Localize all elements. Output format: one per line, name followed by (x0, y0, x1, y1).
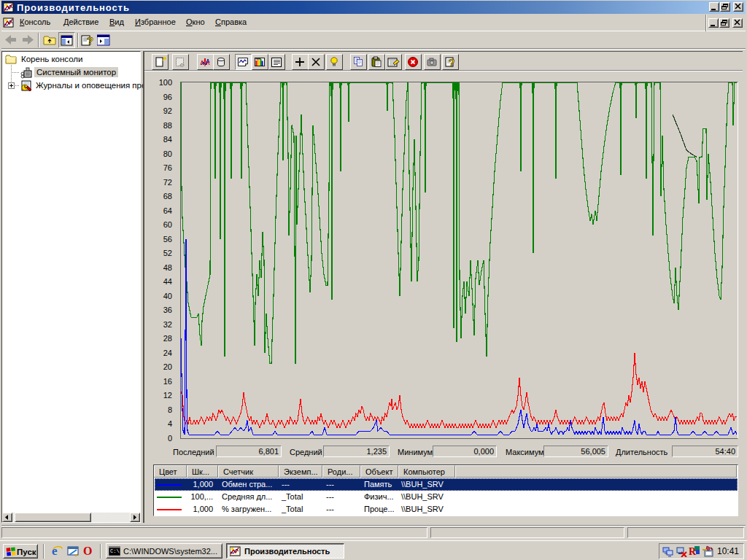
svg-text:C:\: C:\ (110, 548, 120, 554)
svg-text:R: R (689, 546, 697, 557)
svg-text:?: ? (87, 34, 93, 47)
svg-text:?: ? (449, 57, 455, 68)
